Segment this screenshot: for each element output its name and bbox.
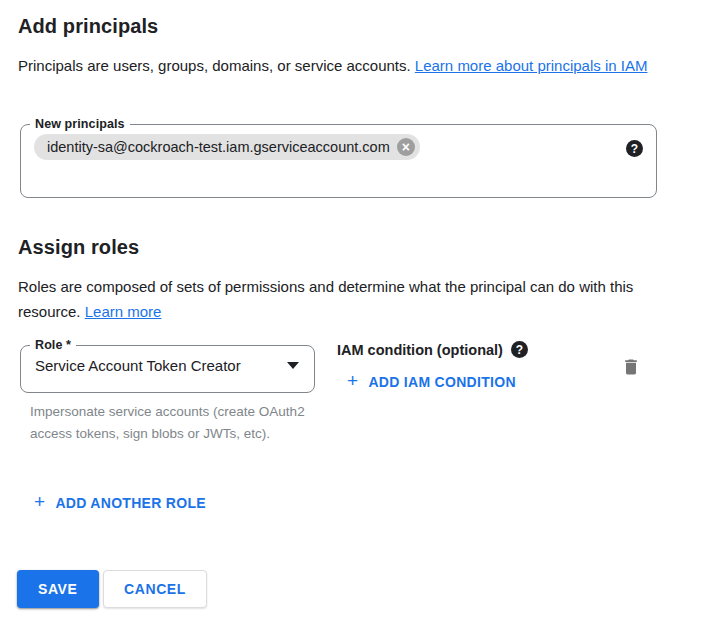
add-another-role-label: ADD ANOTHER ROLE: [55, 495, 206, 511]
chip-remove-icon[interactable]: ×: [397, 138, 415, 156]
role-select-field[interactable]: Role * Service Account Token Creator: [20, 338, 315, 393]
add-iam-condition-button[interactable]: + ADD IAM CONDITION: [347, 372, 516, 391]
roles-description: Roles are composed of sets of permission…: [18, 274, 674, 324]
save-button[interactable]: SAVE: [17, 570, 99, 608]
plus-icon: +: [347, 371, 358, 390]
plus-icon: +: [34, 492, 45, 511]
role-label: Role *: [30, 338, 76, 352]
learn-more-roles-link[interactable]: Learn more: [85, 303, 162, 320]
principals-description: Principals are users, groups, domains, o…: [18, 53, 674, 78]
assign-roles-title: Assign roles: [18, 236, 139, 259]
role-select[interactable]: Service Account Token Creator: [21, 352, 314, 374]
iam-condition-label-row: IAM condition (optional) ?: [337, 341, 528, 358]
cancel-button[interactable]: CANCEL: [103, 570, 207, 608]
add-another-role-button[interactable]: + ADD ANOTHER ROLE: [34, 493, 206, 512]
iam-condition-label: IAM condition (optional): [337, 342, 503, 358]
role-helper-text: Impersonate service accounts (create OAu…: [30, 401, 326, 445]
add-principals-panel: Add principals Principals are users, gro…: [0, 0, 713, 629]
principals-help-icon[interactable]: ?: [626, 140, 643, 157]
page-title: Add principals: [18, 15, 158, 38]
new-principals-input-area[interactable]: identity-sa@cockroach-test.iam.gservicea…: [21, 131, 656, 160]
trash-icon: [621, 357, 641, 377]
role-selected-value: Service Account Token Creator: [35, 357, 241, 374]
new-principals-label: New principals: [30, 117, 130, 131]
add-iam-condition-label: ADD IAM CONDITION: [368, 374, 515, 390]
learn-more-principals-link[interactable]: Learn more about principals in IAM: [415, 57, 648, 74]
new-principals-field[interactable]: New principals identity-sa@cockroach-tes…: [20, 117, 657, 198]
iam-condition-help-icon[interactable]: ?: [511, 341, 528, 358]
principals-description-text: Principals are users, groups, domains, o…: [18, 57, 415, 74]
delete-role-button[interactable]: [616, 352, 646, 382]
dropdown-arrow-icon: [287, 362, 299, 369]
principal-chip[interactable]: identity-sa@cockroach-test.iam.gservicea…: [34, 134, 420, 160]
principal-chip-label: identity-sa@cockroach-test.iam.gservicea…: [47, 139, 390, 155]
